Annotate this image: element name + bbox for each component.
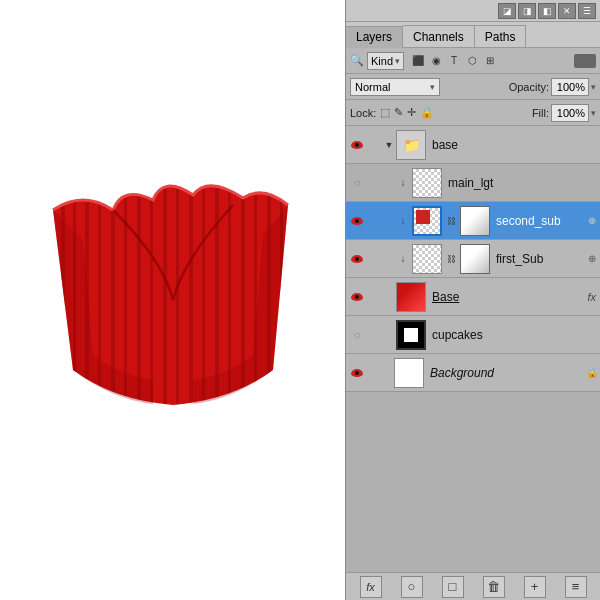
filter-toggle[interactable] [574,54,596,68]
toolbar-icon-1[interactable]: ◪ [498,3,516,19]
filter-shape-icon[interactable]: ⬡ [465,54,479,68]
opacity-label: Opacity: [509,81,549,93]
new-fill-adjustment-button[interactable]: ○ [401,576,423,598]
opacity-section: Opacity: 100% ▾ [509,78,596,96]
tab-channels[interactable]: Channels [403,25,475,47]
kind-dropdown[interactable]: Kind ▾ [367,52,404,70]
opacity-input[interactable]: 100% [551,78,589,96]
svg-rect-15 [254,180,257,420]
chain-icon-second-sub: ⛓ [444,214,458,228]
blend-dropdown-arrow: ▾ [430,82,435,92]
layer-mask-thumb-first-sub [460,244,490,274]
layer-thumb-second-sub [412,206,442,236]
lock-transparent-icon[interactable]: ⬚ [380,106,390,119]
visibility-icon-second-sub[interactable] [348,212,366,230]
fx-label: fx [587,291,596,303]
filter-type-icon[interactable]: T [447,54,461,68]
blend-mode-dropdown[interactable]: Normal ▾ [350,78,440,96]
layer-name-second-sub: second_sub [492,214,586,228]
layer-thumb-first-sub [412,244,442,274]
search-row: 🔍 Kind ▾ ⬛ ◉ T ⬡ ⊞ [346,48,600,74]
layer-thumb-background [394,358,424,388]
lock-all-icon[interactable]: 🔒 [420,106,434,119]
layer-thumb-main-lgt [412,168,442,198]
lock-move-icon[interactable]: ✛ [407,106,416,119]
link-icon-first-sub: ↓ [396,252,410,266]
layer-row-background[interactable]: Background 🔒 [346,354,600,392]
layer-thumb-base-layer [396,282,426,312]
visibility-icon-first-sub[interactable] [348,250,366,268]
layer-thumb-cupcakes [396,320,426,350]
top-toolbar: ◪ ◨ ◧ ✕ ☰ [346,0,600,22]
blend-row: Normal ▾ Opacity: 100% ▾ [346,74,600,100]
fill-section: Fill: 100% ▾ [532,104,596,122]
filter-icons: ⬛ ◉ T ⬡ ⊞ [411,54,497,68]
chain-icon-first-sub: ⛓ [444,252,458,266]
toolbar-icon-4[interactable]: ✕ [558,3,576,19]
filter-adjust-icon[interactable]: ◉ [429,54,443,68]
visibility-icon-base[interactable] [348,136,366,154]
lock-icons: ⬚ ✎ ✛ 🔒 [380,106,434,119]
layer-name-background: Background [426,366,584,380]
filter-smart-icon[interactable]: ⊞ [483,54,497,68]
layer-name-cupcakes: cupcakes [428,328,598,342]
visibility-icon-main-lgt[interactable]: ○ [348,174,366,192]
layer-mask-thumb-second-sub [460,206,490,236]
layer-name-base: base [428,138,598,152]
fx-button[interactable]: fx [360,576,382,598]
layer-row-first-sub[interactable]: ↓ ⛓ first_Sub ⊕ [346,240,600,278]
link-icon-second-sub: ↓ [396,214,410,228]
toolbar-icon-2[interactable]: ◨ [518,3,536,19]
filter-pixel-icon[interactable]: ⬛ [411,54,425,68]
group-expand-arrow[interactable]: ▼ [384,140,394,150]
layer-name-first-sub: first_Sub [492,252,586,266]
bottom-toolbar: fx ○ □ 🗑 + ≡ [346,572,600,600]
visibility-icon-base-layer[interactable] [348,288,366,306]
layer-row-main-lgt[interactable]: ○ ↓ main_lgt [346,164,600,202]
layer-name-base-layer: Base [428,290,585,304]
svg-rect-8 [163,180,167,420]
toolbar-icon-5[interactable]: ☰ [578,3,596,19]
tabs-row: Layers Channels Paths [346,22,600,48]
svg-rect-10 [189,180,193,420]
kind-dropdown-arrow: ▾ [395,56,400,66]
tab-layers[interactable]: Layers [346,26,403,48]
delete-layer-button[interactable]: 🗑 [483,576,505,598]
lock-paint-icon[interactable]: ✎ [394,106,403,119]
folder-icon: 📁 [403,137,420,153]
fill-input[interactable]: 100% [551,104,589,122]
lock-label: Lock: [350,107,376,119]
cupcake-artwork [33,180,313,420]
fill-arrow[interactable]: ▾ [591,108,596,118]
layer-name-main-lgt: main_lgt [444,176,598,190]
svg-rect-9 [176,180,179,420]
layer-row-base-layer[interactable]: Base fx [346,278,600,316]
layers-panel: ◪ ◨ ◧ ✕ ☰ Layers Channels Paths 🔍 Kind ▾… [345,0,600,600]
layers-list: ▼ 📁 base ○ ↓ main_lgt ↓ ⛓ [346,126,600,572]
new-group-button[interactable]: □ [442,576,464,598]
layer-row-second-sub[interactable]: ↓ ⛓ second_sub ⊕ [346,202,600,240]
canvas-area [0,0,345,600]
link-icon-main-lgt: ↓ [396,176,410,190]
tab-paths[interactable]: Paths [475,25,527,47]
layer-row-group-base[interactable]: ▼ 📁 base [346,126,600,164]
options-icon-second-sub[interactable]: ⊕ [588,215,596,226]
visibility-icon-background[interactable] [348,364,366,382]
lock-icon-background: 🔒 [586,367,598,379]
options-icon-first-sub[interactable]: ⊕ [588,253,596,264]
search-icon: 🔍 [350,54,364,67]
opacity-arrow[interactable]: ▾ [591,82,596,92]
fill-label: Fill: [532,107,549,119]
lock-row: Lock: ⬚ ✎ ✛ 🔒 Fill: 100% ▾ [346,100,600,126]
panel-menu-button[interactable]: ≡ [565,576,587,598]
new-layer-button[interactable]: + [524,576,546,598]
layer-row-cupcakes[interactable]: ○ cupcakes [346,316,600,354]
layer-thumb-base: 📁 [396,130,426,160]
toolbar-icon-3[interactable]: ◧ [538,3,556,19]
visibility-icon-cupcakes[interactable]: ○ [348,326,366,344]
